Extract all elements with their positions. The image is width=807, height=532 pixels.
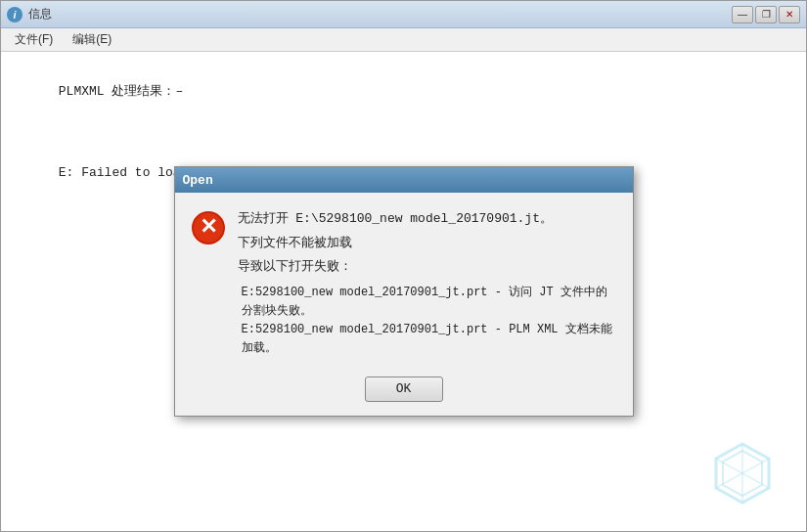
dialog-title-bar: Open [175,167,633,193]
dialog-reason1: E:5298100_new model_20170901_jt.prt - 访问… [238,284,617,321]
dialog-title: Open [183,173,213,188]
open-dialog: Open ✕ 无法打开 E:\5298100_new model_2017090… [174,166,634,416]
dialog-reason2: E:5298100_new model_20170901_jt.prt - PL… [238,321,617,358]
close-button[interactable]: ✕ [779,6,800,23]
content-area: PLMXML 处理结果：– E: Failed to load bookmark… [1,52,806,531]
window-title: 信息 [28,6,52,22]
title-controls: — ❐ ✕ [732,6,800,23]
dialog-overlay: Open ✕ 无法打开 E:\5298100_new model_2017090… [1,52,806,531]
main-window: i 信息 — ❐ ✕ 文件(F) 编辑(E) PLMXML 处理结果：– E: … [0,0,807,532]
dialog-sub-message: 下列文件不能被加载 [238,234,617,254]
title-bar: i 信息 — ❐ ✕ [1,1,806,28]
error-icon: ✕ [191,210,226,245]
dialog-footer: OK [175,371,633,416]
menu-bar: 文件(F) 编辑(E) [1,28,806,52]
svg-text:✕: ✕ [200,214,217,239]
ok-button[interactable]: OK [365,377,443,402]
menu-file[interactable]: 文件(F) [5,29,63,50]
minimize-button[interactable]: — [732,6,753,23]
dialog-reason-label: 导致以下打开失败： [238,257,617,278]
menu-edit[interactable]: 编辑(E) [63,29,121,50]
app-icon: i [7,7,22,22]
title-bar-left: i 信息 [7,6,52,22]
dialog-message: 无法打开 E:\5298100_new model_20170901.jt。 下… [238,208,617,358]
dialog-main-message: 无法打开 E:\5298100_new model_20170901.jt。 [238,208,617,230]
restore-button[interactable]: ❐ [755,6,777,23]
dialog-content: ✕ 无法打开 E:\5298100_new model_20170901.jt。… [175,193,633,370]
